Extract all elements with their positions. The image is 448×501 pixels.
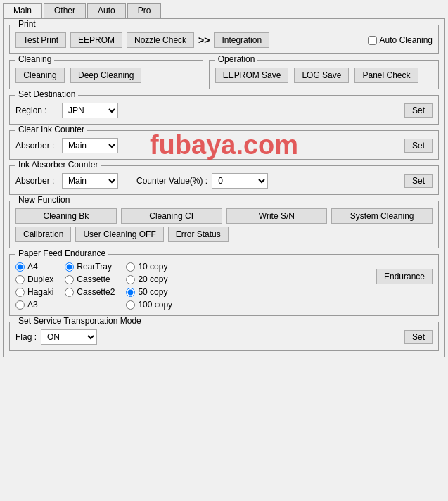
radio-duplex-row: Duplex <box>15 274 53 284</box>
new-function-row2: Calibration User Cleaning OFF Error Stat… <box>15 227 433 242</box>
cleaning-operation-row: Cleaning Cleaning Deep Cleaning Operatio… <box>9 60 439 89</box>
radio-cassette2[interactable] <box>65 288 74 297</box>
new-function-label: New Function <box>15 195 72 205</box>
radio-hagaki-row: Hagaki <box>15 287 53 297</box>
panel-check-button[interactable]: Panel Check <box>354 68 418 83</box>
auto-cleaning-label: Auto Cleaning <box>380 35 433 45</box>
radio-reartray-label: RearTray <box>77 262 112 272</box>
cleaning-buttons-row: Cleaning Deep Cleaning <box>15 68 197 83</box>
tab-bar: Main Other Auto Pro <box>3 3 445 18</box>
radio-duplex[interactable] <box>15 275 25 284</box>
main-window: Main Other Auto Pro Print Test Print EEP… <box>0 0 448 501</box>
main-content: Print Test Print EEPROM Nozzle Check >> … <box>3 18 445 357</box>
radio-a4-row: A4 <box>15 262 53 272</box>
deep-cleaning-button[interactable]: Deep Cleaning <box>70 68 141 83</box>
radio-cassette[interactable] <box>65 275 74 284</box>
paper-feed-inner: A4 Duplex Hagaki A3 <box>15 262 433 310</box>
radio-cassette-row: Cassette <box>65 274 115 284</box>
endurance-button[interactable]: Endurance <box>376 269 433 284</box>
radio-c10-row: 10 copy <box>126 262 172 272</box>
operation-buttons-row: EEPROM Save LOG Save Panel Check <box>215 68 433 83</box>
radio-a3-row: A3 <box>15 300 53 310</box>
set-destination-label: Set Destination <box>15 89 78 99</box>
ink-absorber-select[interactable]: Main Sub <box>62 173 118 189</box>
write-sn-button[interactable]: Write S/N <box>226 208 328 224</box>
arrow-icon: >> <box>198 34 210 46</box>
radio-c10[interactable] <box>126 262 135 272</box>
cleaning-button[interactable]: Cleaning <box>15 68 65 83</box>
service-transport-label: Set Service Transportation Mode <box>15 316 144 326</box>
radio-a3[interactable] <box>15 300 25 310</box>
region-select[interactable]: JPN USA EUR <box>62 103 118 118</box>
radio-hagaki[interactable] <box>15 288 25 297</box>
calibration-button[interactable]: Calibration <box>15 227 71 242</box>
transport-row: Flag : ON OFF Set <box>15 329 433 345</box>
paper-feed-endurance-section: Paper Feed Endurance A4 Duplex Hagaki <box>9 254 439 316</box>
set-destination-button[interactable]: Set <box>404 103 433 118</box>
operation-section-label: Operation <box>215 54 258 64</box>
radio-reartray[interactable] <box>65 262 74 272</box>
radio-cassette-label: Cassette <box>77 274 110 284</box>
eeprom-button[interactable]: EEPROM <box>70 32 122 48</box>
auto-cleaning-checkbox[interactable] <box>368 36 377 45</box>
radio-c10-label: 10 copy <box>138 262 167 272</box>
absorber-label: Absorber : <box>15 141 58 151</box>
service-transport-set-button[interactable]: Set <box>404 330 433 344</box>
integration-button[interactable]: Integration <box>214 32 269 48</box>
radio-c100-label: 100 copy <box>138 300 172 310</box>
flag-select[interactable]: ON OFF <box>41 329 97 345</box>
clear-ink-set-button[interactable]: Set <box>404 139 433 153</box>
radio-hagaki-label: Hagaki <box>27 287 53 297</box>
new-function-row1: Cleaning Bk Cleaning CI Write S/N System… <box>15 208 433 224</box>
user-cleaning-off-button[interactable]: User Cleaning OFF <box>75 227 163 242</box>
clear-ink-absorber-select[interactable]: Main Sub <box>62 138 118 153</box>
radio-c20-label: 20 copy <box>138 274 167 284</box>
clear-ink-counter-label: Clear Ink Counter <box>15 125 87 134</box>
system-cleaning-button[interactable]: System Cleaning <box>331 208 433 224</box>
test-print-button[interactable]: Test Print <box>15 32 66 48</box>
ink-absorber-set-button[interactable]: Set <box>404 174 433 188</box>
flag-label: Flag : <box>15 332 37 342</box>
tab-other[interactable]: Other <box>44 3 86 18</box>
ink-absorber-row: Absorber : Main Sub Counter Value(%) : 0… <box>15 173 433 189</box>
radio-c50[interactable] <box>126 288 135 297</box>
radio-a3-label: A3 <box>27 300 38 310</box>
tray-type-col: RearTray Cassette Cassette2 <box>65 262 115 297</box>
radio-c50-label: 50 copy <box>138 287 167 297</box>
radio-c20[interactable] <box>126 275 135 284</box>
clear-ink-counter-section: Clear Ink Counter fubaya.com Absorber : … <box>9 130 439 160</box>
new-function-section: New Function Cleaning Bk Cleaning CI Wri… <box>9 201 439 248</box>
paper-type-col: A4 Duplex Hagaki A3 <box>15 262 53 310</box>
tab-main[interactable]: Main <box>3 3 42 18</box>
radio-c100[interactable] <box>126 300 135 310</box>
radio-c50-row: 50 copy <box>126 287 172 297</box>
radio-c20-row: 20 copy <box>126 274 172 284</box>
log-save-button[interactable]: LOG Save <box>294 68 349 83</box>
radio-duplex-label: Duplex <box>27 274 53 284</box>
auto-cleaning-container: Auto Cleaning <box>368 35 433 45</box>
ink-absorber-counter-section: Ink Absorber Counter Absorber : Main Sub… <box>9 165 439 195</box>
radio-a4[interactable] <box>15 262 25 272</box>
clear-ink-row: Absorber : Main Sub Set <box>15 138 433 153</box>
radio-cassette2-row: Cassette2 <box>65 287 115 297</box>
endurance-col: Endurance <box>376 269 433 284</box>
tab-auto[interactable]: Auto <box>87 3 126 18</box>
ink-absorber-counter-label: Ink Absorber Counter <box>15 160 101 170</box>
cleaning-section: Cleaning Cleaning Deep Cleaning <box>9 60 203 89</box>
operation-section: Operation EEPROM Save LOG Save Panel Che… <box>209 60 439 89</box>
service-transport-section: Set Service Transportation Mode Flag : O… <box>9 322 439 351</box>
set-destination-row: Region : JPN USA EUR Set <box>15 103 433 118</box>
print-section: Print Test Print EEPROM Nozzle Check >> … <box>9 25 439 54</box>
error-status-button[interactable]: Error Status <box>168 227 229 242</box>
eeprom-save-button[interactable]: EEPROM Save <box>215 68 289 83</box>
cleaning-ci-button[interactable]: Cleaning CI <box>121 208 222 224</box>
radio-cassette2-label: Cassette2 <box>77 287 115 297</box>
tab-pro[interactable]: Pro <box>127 3 162 18</box>
cleaning-bk-button[interactable]: Cleaning Bk <box>15 208 117 224</box>
set-destination-section: Set Destination Region : JPN USA EUR Set <box>9 95 439 125</box>
counter-value-select[interactable]: 0 <box>212 173 268 189</box>
nozzle-check-button[interactable]: Nozzle Check <box>127 32 194 48</box>
counter-value-label: Counter Value(%) : <box>136 176 207 186</box>
copy-options-col: 10 copy 20 copy 50 copy 100 copy <box>126 262 172 310</box>
radio-reartray-row: RearTray <box>65 262 115 272</box>
